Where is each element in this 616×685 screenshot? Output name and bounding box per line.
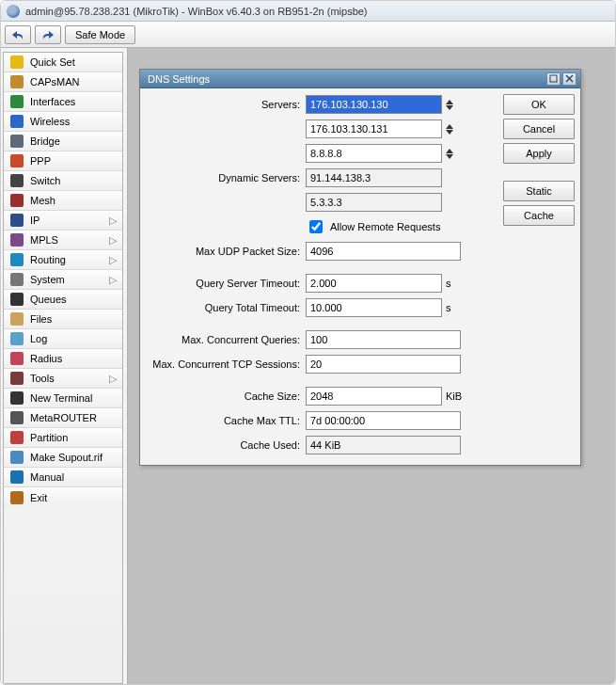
submenu-indicator-icon: ▷ [107,373,117,385]
sidebar-item-bridge[interactable]: Bridge [4,132,122,151]
files-icon [9,311,24,327]
max-udp-label: Max UDP Packet Size: [146,246,306,257]
queues-icon [9,292,24,307]
routing-icon [9,252,24,267]
metarouter-icon [9,410,24,425]
sidebar-item-queues[interactable]: Queues [4,290,122,310]
cancel-button[interactable]: Cancel [503,119,575,139]
system-icon [9,272,24,287]
workarea: Quick SetCAPsMANInterfacesWirelessBridge… [1,48,615,684]
server-input-1[interactable] [306,119,442,138]
ppp-icon [9,153,24,168]
max-concurrent-tcp-label: Max. Concurrent TCP Sessions: [146,358,306,370]
dynamic-server-0 [306,168,442,187]
server-0-spinner[interactable] [446,100,453,110]
interfaces-icon [9,94,24,109]
submenu-indicator-icon: ▷ [107,234,117,247]
app-titlebar: admin@95.78.238.231 (MikroTik) - WinBox … [1,1,615,22]
query-total-timeout-input[interactable] [306,298,442,317]
sidebar-item-label: Queues [30,294,117,305]
servers-label: Servers: [146,99,306,110]
sidebar-item-interfaces[interactable]: Interfaces [4,92,122,112]
cache-size-label: Cache Size: [146,390,306,402]
max-concurrent-tcp-input[interactable] [306,355,461,374]
manual-icon [9,470,24,485]
query-total-timeout-label: Query Total Timeout: [146,302,306,313]
cache-used-value [306,436,461,454]
quickset-icon [9,55,24,70]
cache-max-ttl-input[interactable] [306,411,461,430]
ok-button[interactable]: OK [503,94,575,115]
dns-window-body: Servers: [140,88,580,465]
sidebar-item-files[interactable]: Files [4,310,122,329]
sidebar-item-ip[interactable]: IP▷ [4,211,122,231]
sidebar-item-quick-set[interactable]: Quick Set [4,53,122,72]
sidebar-item-mesh[interactable]: Mesh [4,191,122,211]
sidebar-item-metarouter[interactable]: MetaROUTER [4,408,122,428]
sidebar-item-partition[interactable]: Partition [4,428,122,448]
safe-mode-button[interactable]: Safe Mode [65,25,135,44]
cache-size-input[interactable] [306,387,442,406]
sidebar-item-label: Quick Set [30,56,117,68]
dns-form: Servers: [146,94,494,459]
window-minimize-button[interactable] [546,72,561,86]
sidebar-menu: Quick SetCAPsMANInterfacesWirelessBridge… [3,52,123,684]
dns-settings-window: DNS Settings Servers: [139,69,581,466]
content-area: DNS Settings Servers: [128,48,615,684]
sidebar-item-mpls[interactable]: MPLS▷ [4,231,122,250]
redo-button[interactable] [35,25,61,44]
sidebar-item-label: System [30,274,107,285]
apply-button[interactable]: Apply [503,143,575,164]
capsman-icon [9,74,24,89]
dns-window-titlebar[interactable]: DNS Settings [140,70,580,88]
submenu-indicator-icon: ▷ [107,254,117,266]
sidebar-item-label: Tools [30,373,107,384]
static-button[interactable]: Static [503,181,575,201]
safe-mode-label: Safe Mode [75,29,125,40]
query-server-timeout-input[interactable] [306,274,442,293]
max-concurrent-queries-input[interactable] [306,330,461,349]
sidebar-item-label: Mesh [30,195,117,206]
sidebar-item-system[interactable]: System▷ [4,270,122,290]
max-udp-input[interactable] [306,242,461,261]
sidebar-item-label: Interfaces [30,96,117,107]
sidebar-item-new-terminal[interactable]: New Terminal [4,389,122,408]
sidebar-item-tools[interactable]: Tools▷ [4,369,122,389]
app-title: admin@95.78.238.231 (MikroTik) - WinBox … [25,6,368,17]
sidebar-item-label: MetaROUTER [30,412,117,423]
sidebar-item-label: IP [30,215,107,226]
bridge-icon [9,134,24,149]
server-1-spinner[interactable] [446,124,453,135]
sidebar-item-make-supout-rif[interactable]: Make Supout.rif [4,448,122,468]
sidebar-item-label: Exit [30,492,117,503]
sidebar-item-capsman[interactable]: CAPsMAN [4,72,122,92]
sidebar-item-manual[interactable]: Manual [4,468,122,487]
sidebar-item-routing[interactable]: Routing▷ [4,250,122,270]
sidebar-item-label: MPLS [30,234,107,246]
query-server-timeout-label: Query Server Timeout: [146,278,306,289]
exit-icon [9,490,24,505]
max-concurrent-queries-label: Max. Concurrent Queries: [146,334,306,345]
sidebar-item-radius[interactable]: Radius [4,349,122,369]
sidebar-item-label: Switch [30,175,117,186]
sidebar: Quick SetCAPsMANInterfacesWirelessBridge… [1,48,128,684]
cache-max-ttl-label: Cache Max TTL: [146,415,306,426]
server-2-spinner[interactable] [446,149,453,159]
cache-button[interactable]: Cache [503,205,575,226]
cache-size-unit: KiB [446,390,470,402]
log-icon [9,331,24,346]
sidebar-item-exit[interactable]: Exit [4,487,122,507]
sidebar-item-log[interactable]: Log [4,329,122,349]
sidebar-item-wireless[interactable]: Wireless [4,112,122,132]
sidebar-item-label: Routing [30,254,107,265]
sidebar-item-switch[interactable]: Switch [4,171,122,191]
sidebar-item-label: Make Supout.rif [30,452,117,463]
window-close-button[interactable] [562,72,577,86]
undo-button[interactable] [5,25,31,44]
allow-remote-checkbox[interactable] [309,220,323,233]
dynamic-server-1 [306,193,442,212]
server-input-2[interactable] [306,144,442,163]
sidebar-item-label: Radius [30,353,117,364]
sidebar-item-ppp[interactable]: PPP [4,151,122,171]
server-input-0[interactable] [306,95,442,114]
